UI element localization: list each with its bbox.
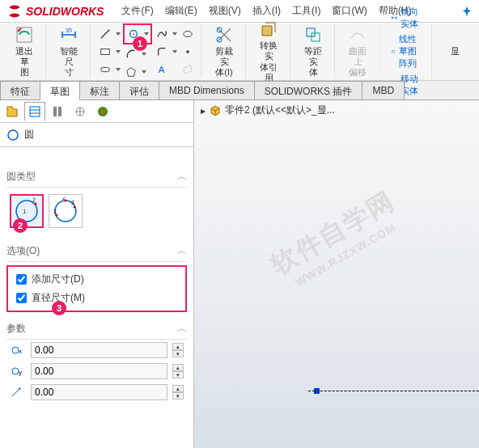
x-coord-icon: x: [10, 344, 26, 357]
y-input[interactable]: [31, 363, 167, 379]
svg-text:2: 2: [32, 197, 36, 203]
menu-edit[interactable]: 编辑(E): [160, 2, 202, 19]
svg-text:2: 2: [62, 197, 66, 201]
dropdown-icon[interactable]: [143, 31, 150, 37]
tab-mbd-dimensions[interactable]: MBD Dimensions: [159, 81, 255, 99]
slot-tool[interactable]: [97, 61, 113, 78]
section-title-type[interactable]: 圆类型 ︿: [6, 167, 187, 188]
dropdown-icon[interactable]: [141, 51, 147, 57]
breadcrumb-arrow[interactable]: ▸: [201, 105, 206, 116]
dropdown-icon[interactable]: [172, 49, 178, 55]
svg-point-17: [392, 52, 392, 53]
ribbon-group-sketch-tools: 1 A: [92, 24, 201, 78]
dropdown-icon[interactable]: [115, 66, 121, 73]
rectangle-tool[interactable]: [97, 44, 113, 60]
collapse-icon: ︿: [177, 322, 187, 336]
part-icon: [209, 104, 222, 117]
point-tool[interactable]: [180, 44, 196, 60]
origin-point[interactable]: [314, 388, 320, 394]
mirror-button[interactable]: 镜向实体: [386, 4, 426, 32]
property-tab[interactable]: [24, 102, 45, 121]
spline-tool[interactable]: [154, 26, 170, 42]
menu-file[interactable]: 文件(F): [117, 2, 158, 19]
property-panel-tabs: [0, 100, 193, 123]
svg-point-37: [12, 347, 19, 353]
diameter-dimension-checkbox[interactable]: [16, 293, 27, 303]
svg-point-39: [12, 368, 19, 374]
section-title-options[interactable]: 选项(O) ︿: [6, 241, 187, 262]
circle-header-icon: [6, 129, 19, 142]
dropdown-icon[interactable]: [141, 69, 147, 75]
annotation-badge-1: 1: [133, 36, 147, 51]
solidworks-logo-icon: [6, 3, 23, 19]
section-title-params[interactable]: 参数 ︿: [6, 319, 187, 340]
trim-button[interactable]: 剪裁实 体(I): [208, 22, 240, 82]
option-add-dimension: 添加尺寸(D): [10, 270, 184, 289]
centerline: [308, 391, 479, 391]
y-coord-icon: y: [10, 365, 26, 378]
breadcrumb-part[interactable]: 零件2 (默认<<默认>_显...: [225, 104, 335, 117]
appearance-tab[interactable]: [92, 102, 113, 121]
convert-button[interactable]: 转换实 体引用: [252, 16, 285, 87]
tab-feature[interactable]: 特征: [0, 81, 40, 99]
r-spinner[interactable]: ▴▾: [172, 385, 184, 399]
svg-point-8: [184, 31, 193, 36]
linear-pattern-button[interactable]: 线性草图阵列: [386, 32, 426, 71]
offset-button[interactable]: 等距实 体: [297, 22, 329, 82]
param-x: x ▴▾: [6, 340, 187, 361]
tab-mbd[interactable]: MBD: [362, 81, 405, 99]
section-options: 选项(O) ︿ 添加尺寸(D) 直径尺寸(M) 3: [0, 238, 193, 315]
app-name: SOLIDWORKS: [26, 5, 104, 18]
dropdown-icon[interactable]: [172, 31, 178, 37]
ribbon-group-patterns: 镜向实体 线性草图阵列 移动实体: [381, 24, 432, 78]
feature-tree-tab[interactable]: [2, 102, 23, 121]
param-y: y ▴▾: [6, 361, 187, 382]
annotation-badge-3: 3: [52, 301, 66, 315]
menu-tools[interactable]: 工具(I): [287, 2, 325, 19]
x-input[interactable]: [31, 342, 167, 358]
offset-label: 等距实 体: [302, 46, 324, 78]
dropdown-icon[interactable]: [115, 31, 121, 37]
tab-evaluate[interactable]: 评估: [119, 81, 159, 99]
smart-dimension-button[interactable]: 35 智能尺 寸: [53, 22, 85, 82]
svg-text:1: 1: [23, 208, 27, 215]
text-tool[interactable]: A: [154, 61, 170, 78]
svg-rect-3: [101, 67, 110, 71]
line-tool[interactable]: [97, 26, 113, 42]
polygon-tool[interactable]: [123, 64, 139, 80]
menu-view[interactable]: 视图(V): [204, 2, 246, 19]
radius-input[interactable]: [31, 384, 167, 400]
plane-tool: [180, 61, 196, 78]
ellipse-tool[interactable]: [180, 26, 196, 42]
dimxpert-tab[interactable]: [70, 102, 91, 121]
watermark: 软件自学网 WWW.RJZXW.COM: [265, 184, 408, 295]
circle-type-center[interactable]: 12 2: [10, 194, 44, 228]
fillet-tool[interactable]: [154, 44, 170, 60]
add-dimension-checkbox[interactable]: [16, 274, 27, 285]
x-spinner[interactable]: ▴▾: [172, 343, 184, 357]
menu-window[interactable]: 窗口(W): [327, 2, 371, 19]
mirror-icon: [391, 12, 397, 23]
pin-icon[interactable]: [461, 6, 473, 17]
ribbon-group-trim: 剪裁实 体(I): [203, 24, 246, 78]
svg-rect-20: [30, 107, 40, 116]
radius-icon: [10, 386, 26, 399]
tab-plugins[interactable]: SOLIDWORKS 插件: [254, 81, 363, 99]
svg-rect-13: [312, 33, 320, 41]
svg-rect-22: [58, 107, 61, 116]
y-spinner[interactable]: ▴▾: [172, 364, 184, 378]
tab-annotate[interactable]: 标注: [79, 81, 120, 99]
graphics-viewport[interactable]: ▸ 零件2 (默认<<默认>_显... 软件自学网 WWW.RJZXW.COM: [194, 100, 479, 448]
exit-sketch-button[interactable]: 退出草 图: [8, 22, 40, 82]
param-radius: ▴▾: [6, 382, 187, 403]
show-button[interactable]: 显: [439, 43, 471, 60]
circle-tool-highlighted[interactable]: 1: [123, 23, 152, 44]
tab-sketch[interactable]: 草图: [40, 81, 80, 100]
config-tab[interactable]: [47, 102, 68, 121]
circle-type-perimeter[interactable]: 132: [49, 194, 83, 228]
surf-offset-button: 曲面上 偏移: [341, 22, 374, 82]
svg-point-33: [74, 206, 76, 209]
dropdown-icon[interactable]: [115, 49, 121, 55]
svg-text:A: A: [159, 65, 165, 74]
svg-point-19: [394, 52, 395, 53]
